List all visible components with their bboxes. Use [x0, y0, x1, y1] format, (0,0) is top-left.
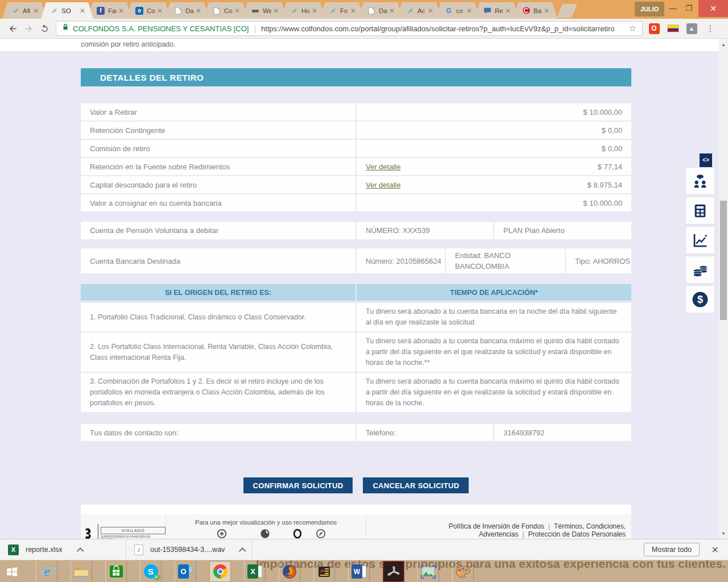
tab-close-icon[interactable]: ✕	[196, 7, 201, 14]
tab-close-icon[interactable]: ✕	[389, 7, 395, 14]
row-label: Cuenta Bancaria Destinada	[81, 248, 357, 273]
table-row: Comisión de retiro $ 0,00	[81, 140, 631, 158]
tab-close-icon[interactable]: ✕	[273, 7, 279, 14]
savings-coins-tool[interactable]	[686, 256, 714, 283]
chevron-up-icon[interactable]	[239, 547, 246, 555]
tab-outlook[interactable]: o Co ✕	[126, 2, 171, 19]
calculator-tool[interactable]	[686, 197, 714, 224]
back-button[interactable]	[5, 20, 20, 36]
tab-close-icon[interactable]: ✕	[80, 7, 85, 14]
tab-title: Fo	[340, 7, 348, 14]
row-detail: Ver detalle	[357, 176, 523, 193]
restore-button[interactable]: ❐	[681, 0, 696, 16]
tab-title: Ho	[301, 7, 310, 14]
profile-badge[interactable]: JULIO	[635, 2, 664, 16]
close-download-bar-icon[interactable]: ✕	[712, 544, 719, 555]
tab-google[interactable]: G co ✕	[436, 2, 480, 19]
tab-close-icon[interactable]: ✕	[33, 7, 39, 14]
colombia-flag-extension-icon[interactable]	[665, 21, 680, 36]
tab-close-icon[interactable]: ✕	[505, 7, 511, 14]
url-text: https://www.colfondos.com.co/portal/grou…	[261, 24, 625, 33]
download-item-wav[interactable]: ♪ out-153598434-3....wav	[126, 539, 253, 560]
tab-close-icon[interactable]: ✕	[350, 7, 356, 14]
tab-close-icon[interactable]: ✕	[544, 7, 549, 14]
chevron-up-icon[interactable]	[76, 547, 84, 555]
origin-table: 1. Portafolio Class Tradicional, Class d…	[81, 303, 631, 413]
tab-title: co	[456, 7, 463, 14]
tab-accesos[interactable]: Ac ✕	[397, 2, 441, 19]
taskbar-paint[interactable]	[452, 561, 474, 582]
side-panel-toggle[interactable]: <>	[700, 153, 712, 167]
taskbar-file-explorer[interactable]	[71, 561, 92, 582]
scroll-down-arrow-icon[interactable]: ▼	[719, 529, 728, 538]
advisor-chat-tool[interactable]	[686, 168, 714, 194]
bookmark-star-icon[interactable]: ☆	[629, 23, 636, 34]
taskbar-excel[interactable]: X	[244, 561, 266, 582]
taskbar-internet-explorer[interactable]: e	[36, 561, 57, 582]
table-row: 3. Combinación de Portafolios 1 y 2. Es …	[81, 373, 631, 413]
ver-detalle-link[interactable]: Ver detalle	[366, 181, 400, 189]
https-lock-icon	[62, 23, 69, 34]
ver-detalle-link[interactable]: Ver detalle	[366, 163, 400, 171]
row-value: $ 0,00	[523, 122, 631, 139]
tab-remote[interactable]: Re ✕	[474, 2, 519, 19]
tab-document-1[interactable]: Da ✕	[165, 2, 209, 19]
tab-close-icon[interactable]: ✕	[234, 7, 240, 14]
tab-facebook[interactable]: f Fac ✕	[88, 2, 132, 19]
taskbar-windows-store[interactable]	[105, 561, 127, 582]
taskbar-firefox[interactable]	[279, 561, 300, 582]
scroll-up-arrow-icon[interactable]: ▲	[719, 40, 728, 49]
footer-link-datos[interactable]: Protección de Datos Personales	[528, 530, 626, 538]
download-item-xlsx[interactable]: X reporte.xlsx	[0, 539, 126, 560]
document-favicon-icon	[173, 6, 183, 15]
taskbar-skype[interactable]: S✓	[140, 561, 162, 582]
chrome-menu-icon[interactable]: ⋮	[703, 21, 718, 36]
tab-solicitar-retiros-active[interactable]: SO ✕	[41, 2, 93, 19]
tab-we[interactable]: we We ✕	[242, 2, 287, 19]
tab-close-icon[interactable]: ✕	[157, 7, 163, 14]
tab-fondos[interactable]: Fo ✕	[320, 2, 364, 19]
page-content: comisión por retiro anticipado. DETALLES…	[0, 39, 728, 539]
growth-chart-tool[interactable]	[686, 227, 714, 253]
tab-banco[interactable]: Ba ✕	[513, 2, 557, 19]
bank-entity: Entidad: BANCO BANCOLOMBIA	[446, 248, 566, 273]
show-all-downloads-button[interactable]: Mostrar todo	[644, 543, 700, 556]
tab-document-2[interactable]: Co ✕	[204, 2, 248, 19]
time-cell: Tu dinero será abonado a tu cuenta banca…	[357, 373, 631, 412]
taskbar-acrobat[interactable]	[383, 561, 404, 582]
reload-button[interactable]	[36, 20, 52, 36]
tab-document-3[interactable]: Da ✕	[358, 2, 403, 19]
dollar-tool[interactable]: $	[686, 286, 714, 313]
new-tab-button[interactable]	[557, 4, 577, 18]
taskbar-photos[interactable]	[417, 561, 439, 582]
tab-close-icon[interactable]: ✕	[312, 7, 317, 14]
start-button[interactable]	[1, 561, 23, 582]
taskbar-word[interactable]: W	[348, 561, 370, 582]
tab-afiliados[interactable]: Afi ✕	[2, 2, 47, 19]
forward-button[interactable]	[20, 20, 36, 36]
tab-close-icon[interactable]: ✕	[118, 7, 124, 14]
tab-title: Ac	[417, 7, 425, 14]
office-extension-icon[interactable]: O	[647, 21, 661, 36]
taskbar-outlook[interactable]: O	[175, 561, 196, 582]
scrollbar-thumb[interactable]	[720, 201, 727, 320]
address-bar[interactable]: COLFONDOS S.A. PENSIONES Y CESANTIAS [CO…	[56, 21, 643, 36]
close-window-button[interactable]: ✕	[698, 0, 728, 17]
confirm-request-button[interactable]: CONFIRMAR SOLICITUD	[243, 477, 353, 493]
taskbar-chrome-active[interactable]	[209, 561, 231, 582]
minimize-button[interactable]: —	[665, 0, 680, 16]
contact-row: Tus datos de contacto son: Teléfono: 316…	[81, 424, 631, 442]
cancel-request-button[interactable]: CANCELAR SOLICITUD	[363, 477, 469, 493]
tab-close-icon[interactable]: ✕	[466, 7, 472, 14]
pdf-extension-icon[interactable]: ▲	[684, 21, 699, 36]
taskbar-system-utility[interactable]	[313, 561, 335, 582]
tab-close-icon[interactable]: ✕	[428, 7, 433, 14]
vertical-scrollbar[interactable]: ▲ ▼	[719, 39, 728, 539]
coins-icon	[692, 261, 709, 278]
footer-link-inversion[interactable]: Política de Inversión de Fondos	[449, 522, 544, 530]
browser-window: Afi ✕ SO ✕ f Fac ✕ o Co ✕ Da ✕ Co ✕	[0, 0, 728, 582]
table-row: Valor a Retirar $ 10.000,00	[81, 103, 631, 122]
outlook-favicon-icon: o	[135, 6, 144, 15]
account-number: NÚMERO: XXX539	[357, 222, 494, 239]
tab-home[interactable]: Ho ✕	[281, 2, 325, 19]
